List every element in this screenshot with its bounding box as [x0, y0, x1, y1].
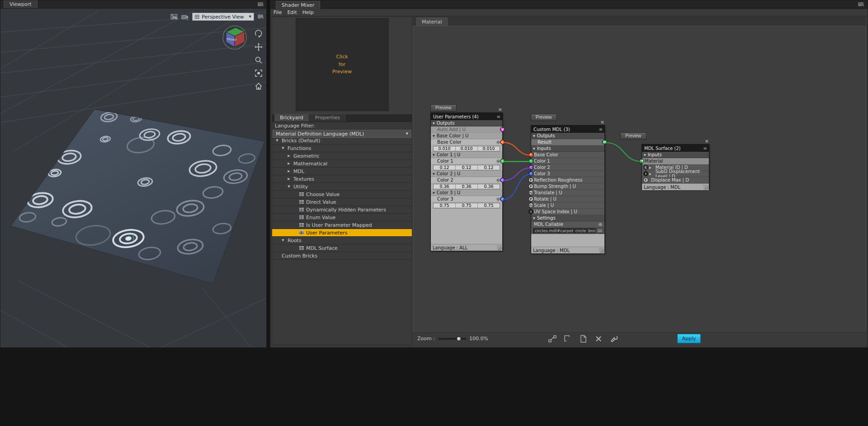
- value-field[interactable]: 0.75: [456, 203, 478, 208]
- zoom-slider-handle[interactable]: [457, 337, 461, 341]
- mdl-surface-node[interactable]: MDL Surface (2)≡×▼InputsMaterialMC▶Mater…: [642, 144, 709, 190]
- connection-socket[interactable]: F: [643, 178, 648, 183]
- connection-socket[interactable]: I: [643, 171, 648, 176]
- render-options-icon[interactable]: [170, 14, 178, 20]
- close-icon[interactable]: ×: [498, 107, 502, 112]
- expand-icon[interactable]: ▶: [287, 177, 291, 181]
- value-field[interactable]: 0.010: [478, 146, 500, 151]
- value-field[interactable]: 0.12: [478, 165, 500, 170]
- pane-options-icon[interactable]: [257, 2, 264, 7]
- tree-item-utility[interactable]: ▼Utility: [272, 183, 412, 191]
- custom-mdl-node[interactable]: Custom MDL (3)≡×▼OutputsResultM▼InputsBa…: [531, 125, 605, 254]
- value-field[interactable]: 0.12: [456, 165, 478, 170]
- tree-item-user-parameters[interactable]: User Parameters: [272, 229, 412, 237]
- tree-item-geometric[interactable]: ▶Geometric: [272, 152, 412, 160]
- connection-socket[interactable]: C: [528, 159, 533, 164]
- connection-socket[interactable]: V: [500, 127, 505, 132]
- node-row-bump-strength-u[interactable]: Bump Strength | UF: [531, 183, 604, 190]
- paste-icon[interactable]: [579, 335, 587, 343]
- tab-properties[interactable]: Properties: [310, 114, 346, 122]
- node-prop-mdl-callable[interactable]: MDL Callable: [531, 221, 604, 228]
- viewport-options-icon[interactable]: [257, 14, 264, 19]
- tree-item-bricks-default[interactable]: ▼Bricks (Default): [272, 137, 412, 145]
- tree-item-dynamically-hidden-parameters[interactable]: Dynamically Hidden Parameters: [272, 206, 412, 214]
- expand-icon[interactable]: ▶: [287, 162, 291, 165]
- orbit-icon[interactable]: [254, 29, 263, 38]
- window-options-icon[interactable]: [858, 2, 864, 7]
- resize-grip[interactable]: [497, 245, 502, 250]
- viewport-canvas[interactable]: Perspective View ▼ FRONT: [0, 9, 266, 347]
- preview-button[interactable]: Preview: [430, 104, 457, 112]
- node-title-bar[interactable]: MDL Surface (2)≡×: [642, 145, 709, 152]
- resize-grip[interactable]: [703, 185, 708, 190]
- connection-socket[interactable]: C: [528, 152, 533, 157]
- browse-button[interactable]: ...: [597, 228, 603, 233]
- connection-socket[interactable]: F: [528, 184, 533, 189]
- node-menu-icon[interactable]: ≡: [497, 114, 500, 119]
- node-section-inputs[interactable]: ▼Inputs: [642, 152, 709, 158]
- connection-socket[interactable]: C: [500, 140, 505, 145]
- zoom-icon[interactable]: [254, 56, 263, 65]
- node-section-settings[interactable]: ▼Settings: [531, 215, 604, 221]
- tree-item-functions[interactable]: ▼Functions: [272, 145, 412, 152]
- view-cube[interactable]: FRONT: [220, 24, 249, 52]
- connection-socket[interactable]: F: [528, 178, 533, 183]
- connection-socket[interactable]: F: [528, 197, 533, 201]
- connection-socket[interactable]: C: [528, 165, 533, 170]
- node-row-color-1[interactable]: Color 1C: [531, 158, 604, 164]
- tree-item-textures[interactable]: ▶Textures: [272, 175, 412, 183]
- collapse-icon[interactable]: ▼: [281, 239, 285, 242]
- node-prop-color-3[interactable]: Color 3C: [431, 196, 502, 202]
- preview-button[interactable]: Preview: [531, 114, 557, 121]
- tab-material[interactable]: Material: [416, 18, 448, 26]
- copy-icon[interactable]: [564, 335, 572, 343]
- viewport-tab[interactable]: Viewport: [4, 0, 38, 8]
- connection-socket[interactable]: M: [639, 159, 644, 164]
- resize-grip[interactable]: [599, 248, 604, 253]
- connection-socket[interactable]: I: [528, 209, 533, 214]
- menu-file[interactable]: File: [274, 9, 282, 15]
- connection-socket[interactable]: C: [643, 165, 648, 170]
- close-icon[interactable]: ×: [600, 120, 604, 125]
- tree-item-mdl[interactable]: ▶MDL: [272, 168, 412, 175]
- node-prop-color-1[interactable]: Color 1C: [431, 158, 502, 164]
- value-field[interactable]: 0.36: [434, 184, 456, 189]
- node-row-result[interactable]: ResultM: [531, 139, 604, 145]
- expand-icon[interactable]: ▶: [649, 166, 651, 169]
- home-view-icon[interactable]: [254, 82, 263, 91]
- tab-brickyard[interactable]: Brickyard: [274, 114, 309, 122]
- connection-socket[interactable]: C: [500, 178, 505, 183]
- node-row-translate-u[interactable]: Translate | UF2: [531, 190, 604, 196]
- node-menu-icon[interactable]: ≡: [599, 127, 603, 132]
- mdl-path-field[interactable]: circles.mdl#carpet_circle_brown: [533, 228, 596, 233]
- node-menu-icon[interactable]: ≡: [703, 146, 707, 151]
- gear-icon[interactable]: [598, 222, 603, 227]
- collapse-icon[interactable]: ▼: [433, 172, 435, 175]
- tree-item-mdl-surface[interactable]: MDL Surface: [272, 244, 412, 252]
- collapse-icon[interactable]: ▼: [287, 185, 291, 188]
- delete-icon[interactable]: [594, 335, 603, 343]
- wrench-icon[interactable]: [610, 335, 618, 343]
- node-group-color-1-u[interactable]: ▼Color 1 | U: [431, 152, 502, 158]
- node-section-outputs[interactable]: ▼Outputs: [531, 133, 604, 139]
- apply-button[interactable]: Apply: [677, 334, 701, 343]
- tree-item-direct-value[interactable]: Direct Value: [272, 198, 412, 206]
- value-field[interactable]: 0.12: [434, 165, 456, 170]
- tree-item-is-user-parameter-mapped[interactable]: Is User Parameter Mapped: [272, 221, 412, 229]
- node-row-base-color[interactable]: Base ColorC: [531, 152, 604, 158]
- tree-item-enum-value[interactable]: Enum Value: [272, 214, 412, 221]
- shader-mixer-tab[interactable]: Shader Mixer: [276, 1, 320, 9]
- node-row-color-3[interactable]: Color 3C: [531, 171, 604, 177]
- connection-socket[interactable]: C: [500, 197, 505, 201]
- node-group-base-color-u[interactable]: ▼Base Color | U: [431, 133, 502, 139]
- node-group-color-3-u[interactable]: ▼Color 3 | U: [431, 190, 502, 196]
- collapse-icon[interactable]: ▼: [281, 146, 285, 150]
- collapse-icon[interactable]: ▼: [644, 153, 646, 156]
- menu-help[interactable]: Help: [302, 9, 314, 15]
- tree-item-choose-value[interactable]: Choose Value: [272, 191, 412, 198]
- node-prop-base-color[interactable]: Base ColorC: [431, 139, 502, 145]
- tree-item-roots[interactable]: ▼Roots: [272, 237, 412, 244]
- value-field[interactable]: 0.36: [456, 184, 478, 189]
- value-field[interactable]: 0.75: [434, 203, 456, 208]
- node-row-displace-max-d[interactable]: FDisplace Max | D: [642, 177, 709, 183]
